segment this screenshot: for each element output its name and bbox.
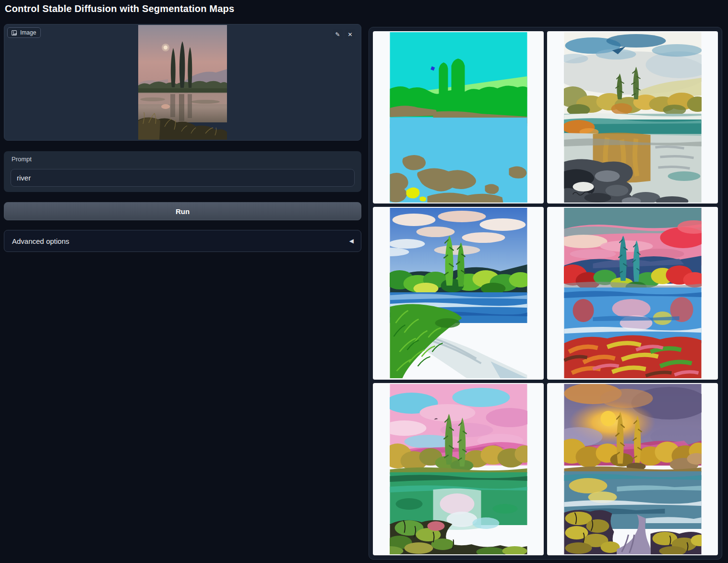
gallery-image-colorful-river bbox=[564, 208, 702, 378]
collapse-arrow-icon[interactable]: ◀ bbox=[349, 238, 354, 244]
gallery-item-1[interactable] bbox=[373, 31, 544, 204]
image-actions: ✎ ✕ bbox=[333, 29, 355, 39]
image-upload-block: Image ✎ ✕ bbox=[4, 24, 361, 141]
gallery-item-5[interactable] bbox=[373, 383, 544, 555]
advanced-options-accordion[interactable]: Advanced options ◀ bbox=[4, 230, 361, 252]
prompt-input[interactable] bbox=[11, 169, 355, 187]
gallery-image-pink-lake bbox=[390, 384, 527, 554]
app-window: Control Stable Diffusion with Segmentati… bbox=[0, 0, 728, 563]
run-button[interactable]: Run bbox=[4, 202, 361, 220]
gallery-image-segmentation-map bbox=[390, 32, 527, 203]
prompt-label: Prompt bbox=[12, 156, 32, 163]
gallery-image-golden-sunset bbox=[564, 384, 702, 554]
clear-image-button[interactable]: ✕ bbox=[345, 29, 355, 39]
prompt-block: Prompt bbox=[4, 151, 361, 192]
result-gallery bbox=[369, 27, 722, 560]
page-title: Control Stable Diffusion with Segmentati… bbox=[5, 3, 234, 14]
gallery-item-6[interactable] bbox=[547, 383, 718, 555]
gallery-item-2[interactable] bbox=[547, 31, 718, 204]
gallery-image-green-river bbox=[390, 208, 527, 378]
image-label: Image bbox=[20, 29, 36, 36]
close-icon: ✕ bbox=[347, 31, 352, 38]
image-label-badge: Image bbox=[7, 27, 41, 38]
edit-image-button[interactable]: ✎ bbox=[333, 29, 343, 39]
gallery-grid bbox=[373, 31, 718, 555]
pencil-icon: ✎ bbox=[335, 31, 340, 38]
advanced-options-label: Advanced options bbox=[12, 237, 69, 245]
image-icon bbox=[11, 30, 17, 36]
input-image bbox=[138, 25, 227, 140]
gallery-item-3[interactable] bbox=[373, 207, 544, 379]
gallery-image-watercolor bbox=[564, 32, 702, 203]
gallery-item-4[interactable] bbox=[547, 207, 718, 379]
